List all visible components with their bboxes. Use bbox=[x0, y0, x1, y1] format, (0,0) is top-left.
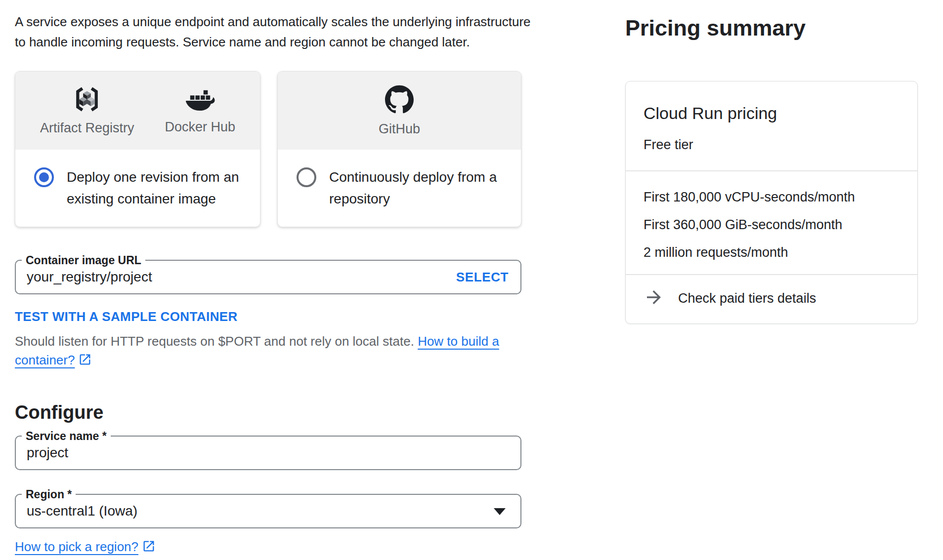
container-helper-text: Should listen for HTTP requests on $PORT… bbox=[15, 332, 526, 371]
deploy-repo-radio-label[interactable]: Continuously deploy from a repository bbox=[329, 166, 504, 210]
container-image-url-input[interactable] bbox=[27, 262, 343, 292]
provider-github: GitHub bbox=[379, 85, 420, 136]
configure-heading: Configure bbox=[15, 401, 521, 424]
deploy-source-options: Artifact Registry bbox=[15, 71, 521, 227]
region-field[interactable]: Region * bbox=[15, 494, 521, 528]
docker-hub-label: Docker Hub bbox=[165, 120, 235, 134]
helper-text: Should listen for HTTP requests on $PORT… bbox=[15, 334, 414, 349]
pricing-card-title: Cloud Run pricing bbox=[643, 103, 900, 123]
free-tier-label: Free tier bbox=[643, 137, 900, 153]
arrow-forward-icon bbox=[643, 287, 664, 310]
deploy-repo-option: Continuously deploy from a repository bbox=[278, 150, 521, 227]
github-label: GitHub bbox=[379, 121, 420, 136]
deploy-existing-radio-label[interactable]: Deploy one revision from an existing con… bbox=[67, 166, 243, 210]
open-in-new-icon bbox=[142, 539, 156, 557]
free-tier-item: First 360,000 GiB-seconds/month bbox=[643, 217, 900, 233]
region-select[interactable] bbox=[27, 496, 343, 526]
service-description-text: A service exposes a unique endpoint and … bbox=[15, 12, 539, 52]
container-image-url-field: Container image URL SELECT bbox=[15, 260, 521, 294]
service-name-field: Service name * bbox=[15, 436, 521, 470]
service-form-column: A service exposes a unique endpoint and … bbox=[15, 12, 521, 557]
pricing-summary-heading: Pricing summary bbox=[625, 15, 918, 41]
free-tier-item: First 180,000 vCPU-seconds/month bbox=[643, 189, 900, 205]
artifact-registry-label: Artifact Registry bbox=[40, 120, 134, 135]
provider-docker-hub: Docker Hub bbox=[165, 87, 235, 134]
free-tier-item: 2 million requests/month bbox=[643, 244, 900, 260]
github-octocat-icon bbox=[385, 85, 414, 116]
pricing-summary-panel: Pricing summary Cloud Run pricing Free t… bbox=[625, 15, 918, 324]
deploy-existing-image-card[interactable]: Artifact Registry bbox=[15, 71, 260, 227]
chevron-down-icon[interactable] bbox=[494, 508, 506, 515]
how-to-pick-region-link[interactable]: How to pick a region? bbox=[15, 539, 156, 557]
provider-artifact-registry: Artifact Registry bbox=[40, 86, 134, 135]
free-tier-items: First 180,000 vCPU-seconds/month First 3… bbox=[626, 171, 917, 274]
repo-providers: GitHub bbox=[278, 72, 521, 150]
existing-image-providers: Artifact Registry bbox=[15, 72, 260, 150]
artifact-registry-icon bbox=[74, 86, 100, 115]
cloud-run-pricing-card: Cloud Run pricing Free tier First 180,00… bbox=[625, 81, 918, 324]
open-in-new-icon bbox=[78, 353, 92, 371]
deploy-existing-option: Deploy one revision from an existing con… bbox=[15, 150, 260, 227]
pricing-card-header: Cloud Run pricing Free tier bbox=[626, 81, 917, 170]
deploy-repo-radio[interactable] bbox=[297, 167, 316, 187]
test-sample-container-button[interactable]: TEST WITH A SAMPLE CONTAINER bbox=[15, 309, 238, 324]
select-image-button[interactable]: SELECT bbox=[456, 270, 509, 285]
cloud-run-create-service-page: A service exposes a unique endpoint and … bbox=[0, 0, 943, 560]
deploy-from-repo-card[interactable]: GitHub Continuously deploy from a reposi… bbox=[277, 71, 521, 227]
check-paid-tiers-label: Check paid tiers details bbox=[678, 291, 816, 306]
deploy-existing-radio[interactable] bbox=[34, 167, 54, 187]
check-paid-tiers-link[interactable]: Check paid tiers details bbox=[626, 275, 917, 323]
service-name-input[interactable] bbox=[27, 438, 343, 468]
docker-whale-icon bbox=[184, 87, 216, 114]
